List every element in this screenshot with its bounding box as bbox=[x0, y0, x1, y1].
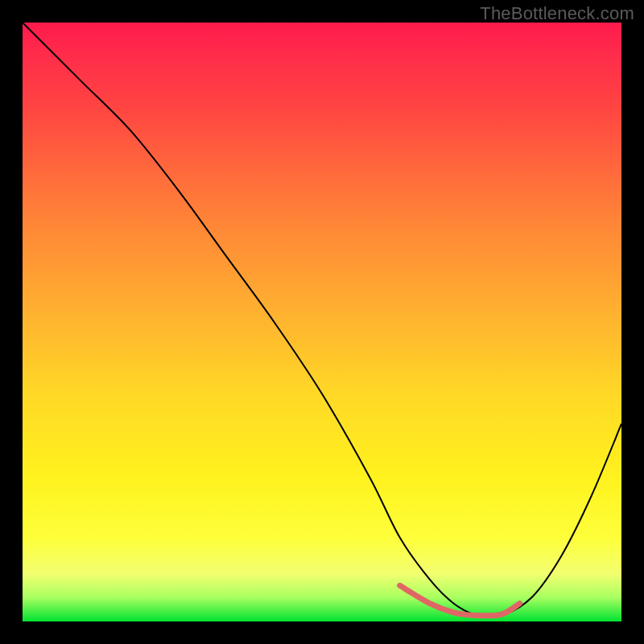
chart-plot-area bbox=[23, 23, 621, 621]
bottleneck-curve bbox=[23, 23, 621, 617]
chart-svg bbox=[23, 23, 621, 621]
watermark-text: TheBottleneck.com bbox=[480, 3, 634, 24]
optimal-range-highlight bbox=[400, 585, 520, 616]
